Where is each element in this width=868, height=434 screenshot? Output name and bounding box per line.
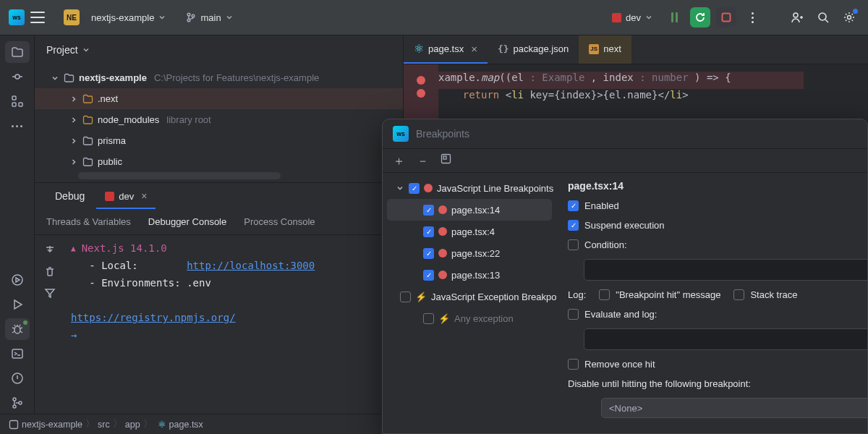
clear-button[interactable] bbox=[40, 261, 60, 281]
folder-icon bbox=[82, 93, 93, 104]
terminal-tool-button[interactable] bbox=[5, 343, 30, 365]
more-tools-button[interactable] bbox=[5, 115, 30, 137]
main-menu-icon[interactable] bbox=[30, 12, 45, 23]
svg-rect-20 bbox=[443, 156, 446, 159]
debugger-console[interactable]: ▲Next.js 14.1.0 - Local: http://localhos… bbox=[65, 235, 403, 414]
svg-point-0 bbox=[188, 13, 191, 16]
chevron-down-icon bbox=[158, 14, 166, 21]
debug-session-tab[interactable]: dev × bbox=[96, 184, 156, 209]
breakpoint-dot-icon bbox=[438, 249, 447, 258]
checkbox-icon[interactable]: ✓ bbox=[423, 248, 434, 259]
tree-item[interactable]: .next bbox=[35, 88, 403, 109]
tree-horizontal-scrollbar[interactable] bbox=[78, 172, 281, 179]
structure-tool-button[interactable] bbox=[5, 90, 30, 112]
debug-subtab-process[interactable]: Process Console bbox=[244, 216, 315, 227]
problems-tool-button[interactable] bbox=[5, 367, 30, 389]
checkbox-icon[interactable]: ✓ bbox=[409, 183, 420, 194]
group-by-button[interactable] bbox=[441, 153, 451, 168]
checkbox-icon[interactable]: ✓ bbox=[423, 270, 434, 281]
settings-button[interactable] bbox=[839, 7, 859, 27]
breakpoint-item[interactable]: ✓page.tsx:14 bbox=[387, 199, 552, 221]
tree-item[interactable]: prisma bbox=[35, 130, 403, 151]
close-icon[interactable]: × bbox=[471, 43, 477, 55]
condition-checkbox[interactable] bbox=[568, 239, 579, 250]
svg-point-4 bbox=[793, 13, 798, 17]
breakpoint-marker[interactable] bbox=[417, 76, 425, 85]
checkbox-icon[interactable] bbox=[400, 292, 411, 302]
run-configuration[interactable]: dev bbox=[606, 9, 658, 26]
checkbox-icon[interactable] bbox=[423, 313, 434, 324]
tree-item[interactable]: public bbox=[35, 151, 403, 172]
svg-point-17 bbox=[19, 401, 22, 404]
tree-item[interactable]: node_moduleslibrary root bbox=[35, 109, 403, 130]
vcs-tool-button[interactable] bbox=[5, 392, 30, 414]
console-side-toolbar bbox=[35, 235, 65, 414]
stop-button[interactable] bbox=[716, 7, 736, 27]
debug-subtab-console[interactable]: Debugger Console bbox=[148, 216, 226, 227]
svg-point-1 bbox=[188, 19, 191, 22]
dependent-breakpoint-select[interactable]: <None> bbox=[601, 398, 867, 418]
commit-tool-button[interactable] bbox=[5, 66, 30, 88]
enabled-checkbox[interactable]: ✓ bbox=[568, 200, 579, 211]
more-actions[interactable] bbox=[742, 7, 762, 27]
debug-subtabs: Threads & Variables Debugger Console Pro… bbox=[35, 209, 403, 235]
breakpoint-dot-icon bbox=[438, 271, 447, 279]
svg-point-11 bbox=[12, 275, 22, 285]
debug-title-tab: Debug bbox=[46, 184, 93, 209]
run-tool-button[interactable] bbox=[5, 269, 30, 291]
registry-link[interactable]: https://registry.npmjs.org/ bbox=[71, 312, 236, 323]
pause-button[interactable] bbox=[664, 7, 684, 27]
breakpoint-item[interactable]: ✓page.tsx:13 bbox=[383, 264, 556, 286]
console-line: - Local: http://localhost:3000 bbox=[65, 257, 403, 274]
scroll-to-end-button[interactable] bbox=[40, 239, 60, 260]
checkbox-icon[interactable]: ✓ bbox=[423, 205, 434, 216]
breadcrumb-segment[interactable]: nextjs-example bbox=[22, 420, 82, 430]
evaluate-checkbox[interactable] bbox=[568, 309, 579, 320]
remove-once-checkbox[interactable] bbox=[568, 359, 579, 370]
suspend-checkbox[interactable]: ✓ bbox=[568, 220, 579, 231]
breakpoint-item[interactable]: ⚡ Any exception bbox=[383, 307, 556, 329]
close-icon[interactable]: × bbox=[138, 190, 147, 202]
lightning-icon: ⚡ bbox=[415, 292, 427, 302]
tool-window-bar bbox=[0, 35, 35, 414]
breakpoints-tree: ✓ JavaScript Line Breakpoints ✓page.tsx:… bbox=[383, 173, 556, 433]
editor-tab[interactable]: JSnext bbox=[579, 35, 631, 64]
checkbox-icon[interactable]: ✓ bbox=[423, 226, 434, 237]
npm-icon bbox=[612, 13, 621, 22]
breadcrumb-segment[interactable]: app bbox=[125, 420, 140, 430]
breakpoint-group[interactable]: ✓ JavaScript Line Breakpoints bbox=[383, 177, 556, 199]
svg-rect-9 bbox=[12, 103, 16, 106]
remove-breakpoint-button[interactable]: － bbox=[417, 153, 429, 169]
project-tool-button[interactable] bbox=[5, 41, 30, 63]
condition-input[interactable] bbox=[584, 259, 867, 281]
project-badge: NE bbox=[64, 9, 80, 25]
console-line: ▲Next.js 14.1.0 bbox=[65, 239, 403, 257]
branch-icon bbox=[186, 12, 196, 22]
breadcrumb-segment[interactable]: src bbox=[98, 420, 110, 430]
play-tool-button[interactable] bbox=[5, 294, 30, 315]
stack-trace-checkbox[interactable] bbox=[733, 289, 744, 300]
filter-button[interactable] bbox=[40, 283, 60, 303]
breakpoint-item[interactable]: ✓page.tsx:4 bbox=[383, 221, 556, 242]
editor-tab[interactable]: {}package.json bbox=[488, 35, 579, 64]
breadcrumb-segment[interactable]: page.tsx bbox=[169, 420, 203, 430]
local-url-link[interactable]: http://localhost:3000 bbox=[187, 260, 315, 271]
log-message-checkbox[interactable] bbox=[599, 289, 610, 300]
collaborate-button[interactable] bbox=[787, 7, 807, 27]
breakpoint-group[interactable]: ⚡ JavaScript Exception Breakpoints bbox=[383, 286, 556, 307]
tree-root[interactable]: nextjs-example C:\Projects for Features\… bbox=[35, 67, 403, 88]
search-button[interactable] bbox=[813, 7, 833, 27]
breakpoint-marker[interactable] bbox=[417, 89, 425, 98]
vcs-branch-selector[interactable]: main bbox=[180, 9, 238, 26]
project-view-selector[interactable]: Project bbox=[35, 35, 403, 64]
lightning-icon: ⚡ bbox=[438, 313, 450, 324]
project-selector[interactable]: nextjs-example bbox=[85, 9, 171, 26]
breakpoint-item[interactable]: ✓page.tsx:22 bbox=[383, 242, 556, 264]
folder-icon bbox=[82, 156, 93, 167]
debug-subtab-threads[interactable]: Threads & Variables bbox=[46, 216, 131, 227]
editor-tab[interactable]: ⚛page.tsx× bbox=[404, 35, 488, 64]
rerun-button[interactable] bbox=[690, 7, 710, 27]
evaluate-input[interactable] bbox=[584, 328, 867, 350]
debug-tool-button[interactable] bbox=[5, 318, 30, 340]
add-breakpoint-button[interactable]: ＋ bbox=[393, 153, 405, 169]
